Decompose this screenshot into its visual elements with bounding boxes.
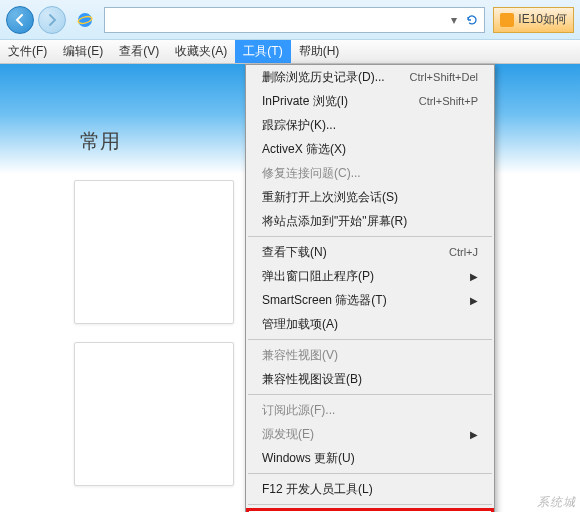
- menu-item-label: SmartScreen 筛选器(T): [262, 292, 450, 309]
- menu-help[interactable]: 帮助(H): [291, 40, 348, 63]
- menu-item-label: 删除浏览历史记录(D)...: [262, 69, 390, 86]
- menu-item-label: InPrivate 浏览(I): [262, 93, 399, 110]
- submenu-arrow-icon: ▶: [470, 429, 478, 440]
- menu-view[interactable]: 查看(V): [111, 40, 167, 63]
- tab-favicon-icon: [500, 13, 514, 27]
- menu-item: 订阅此源(F)...: [246, 398, 494, 422]
- menu-separator: [248, 339, 492, 340]
- menu-item-label: F12 开发人员工具(L): [262, 481, 478, 498]
- menu-separator: [248, 394, 492, 395]
- menu-tools[interactable]: 工具(T): [235, 40, 290, 63]
- menu-item-label: 管理加载项(A): [262, 316, 478, 333]
- page-heading: 常用: [80, 128, 120, 155]
- menu-item-label: 重新打开上次浏览会话(S): [262, 189, 478, 206]
- menu-favorites[interactable]: 收藏夹(A): [167, 40, 235, 63]
- menu-item[interactable]: 跟踪保护(K)...: [246, 113, 494, 137]
- menu-item-label: 将站点添加到"开始"屏幕(R): [262, 213, 478, 230]
- dropdown-arrow-icon[interactable]: ▾: [446, 12, 462, 28]
- menu-item[interactable]: 重新打开上次浏览会话(S): [246, 185, 494, 209]
- forward-button[interactable]: [38, 6, 66, 34]
- menu-item[interactable]: 管理加载项(A): [246, 312, 494, 336]
- menu-item-label: Windows 更新(U): [262, 450, 478, 467]
- menu-item[interactable]: ActiveX 筛选(X): [246, 137, 494, 161]
- titlebar: ▾ IE10如何: [0, 0, 580, 40]
- svg-point-0: [78, 13, 92, 27]
- menu-item[interactable]: 查看下载(N)Ctrl+J: [246, 240, 494, 264]
- menu-edit[interactable]: 编辑(E): [55, 40, 111, 63]
- menu-item-label: 弹出窗口阻止程序(P): [262, 268, 450, 285]
- menu-separator: [248, 236, 492, 237]
- tools-dropdown: 删除浏览历史记录(D)...Ctrl+Shift+DelInPrivate 浏览…: [245, 64, 495, 512]
- menu-file[interactable]: 文件(F): [0, 40, 55, 63]
- menu-item[interactable]: 将站点添加到"开始"屏幕(R): [246, 209, 494, 233]
- card: [74, 342, 234, 486]
- menu-item[interactable]: Internet 选项(O): [246, 508, 494, 512]
- menu-item[interactable]: 删除浏览历史记录(D)...Ctrl+Shift+Del: [246, 65, 494, 89]
- menu-item-label: 源发现(E): [262, 426, 450, 443]
- address-bar[interactable]: ▾: [104, 7, 485, 33]
- content-area: 常用 删除浏览历史记录(D)...Ctrl+Shift+DelInPrivate…: [0, 64, 580, 512]
- menu-item: 修复连接问题(C)...: [246, 161, 494, 185]
- card: [74, 180, 234, 324]
- menu-item[interactable]: SmartScreen 筛选器(T)▶: [246, 288, 494, 312]
- ie-logo-icon: [76, 11, 94, 29]
- refresh-icon[interactable]: [464, 12, 480, 28]
- menu-item: 兼容性视图(V): [246, 343, 494, 367]
- menu-separator: [248, 504, 492, 505]
- menu-separator: [248, 473, 492, 474]
- menu-item[interactable]: Windows 更新(U): [246, 446, 494, 470]
- menubar: 文件(F) 编辑(E) 查看(V) 收藏夹(A) 工具(T) 帮助(H): [0, 40, 580, 64]
- back-button[interactable]: [6, 6, 34, 34]
- menu-item-label: 跟踪保护(K)...: [262, 117, 478, 134]
- menu-item[interactable]: 兼容性视图设置(B): [246, 367, 494, 391]
- submenu-arrow-icon: ▶: [470, 271, 478, 282]
- menu-item-label: 订阅此源(F)...: [262, 402, 478, 419]
- menu-item: 源发现(E)▶: [246, 422, 494, 446]
- menu-item-label: 修复连接问题(C)...: [262, 165, 478, 182]
- menu-item[interactable]: InPrivate 浏览(I)Ctrl+Shift+P: [246, 89, 494, 113]
- browser-tab[interactable]: IE10如何: [493, 7, 574, 33]
- tab-label: IE10如何: [518, 11, 567, 28]
- menu-item[interactable]: F12 开发人员工具(L): [246, 477, 494, 501]
- menu-item-shortcut: Ctrl+Shift+P: [419, 95, 478, 107]
- menu-item-shortcut: Ctrl+J: [449, 246, 478, 258]
- menu-item-label: 查看下载(N): [262, 244, 429, 261]
- menu-item-shortcut: Ctrl+Shift+Del: [410, 71, 478, 83]
- menu-item-label: 兼容性视图设置(B): [262, 371, 478, 388]
- menu-item-label: 兼容性视图(V): [262, 347, 478, 364]
- menu-item[interactable]: 弹出窗口阻止程序(P)▶: [246, 264, 494, 288]
- submenu-arrow-icon: ▶: [470, 295, 478, 306]
- menu-item-label: ActiveX 筛选(X): [262, 141, 478, 158]
